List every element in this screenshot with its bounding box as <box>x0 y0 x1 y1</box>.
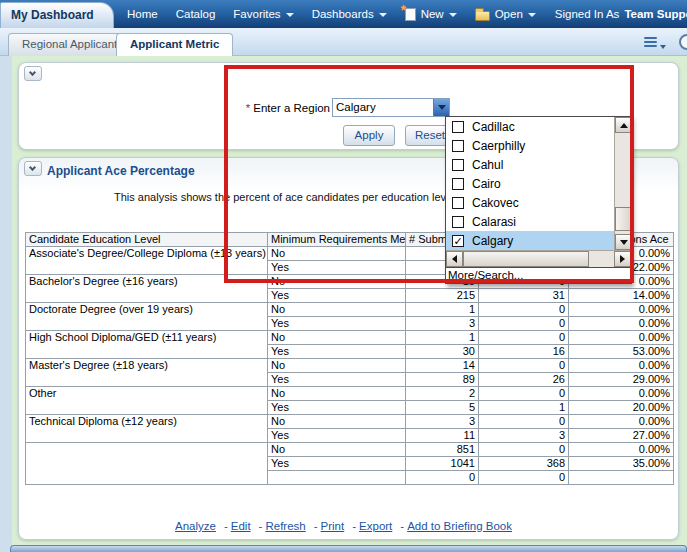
dropdown-item-calgary[interactable]: ✓Calgary <box>446 231 614 250</box>
nav-new[interactable]: *New <box>396 8 466 21</box>
cell-submissions: 5 <box>406 401 479 415</box>
header-education-level[interactable]: Candidate Education Level <box>26 233 268 247</box>
cell-pct-ace: 0.00% <box>569 387 674 401</box>
dropdown-item-label: Cahul <box>472 158 503 172</box>
link-export[interactable]: Export <box>359 520 392 532</box>
screen: Home Catalog Favorites Dashboards *New O… <box>0 0 687 552</box>
checkbox-icon[interactable] <box>452 197 464 209</box>
nav-dashboards[interactable]: Dashboards <box>303 8 396 20</box>
new-document-icon: * <box>405 8 416 21</box>
cell-submissions: 14 <box>406 359 479 373</box>
tab-label: Applicant Metric <box>130 38 219 50</box>
cell-submissions-ace: 0 <box>479 303 569 317</box>
arrow-down-icon <box>620 240 628 245</box>
link-analyze[interactable]: Analyze <box>175 520 216 532</box>
region-select[interactable]: Calgary <box>332 98 450 117</box>
cell-pct-ace: 0.00% <box>569 317 674 331</box>
cell-requirements: Yes <box>268 401 406 415</box>
dropdown-item-label: Cakovec <box>472 196 519 210</box>
region-select-dropdown-button[interactable] <box>433 99 449 116</box>
my-dashboard-label: My Dashboard <box>11 8 94 22</box>
page-options-icon[interactable] <box>644 37 659 49</box>
checkbox-checked-icon[interactable]: ✓ <box>452 235 464 247</box>
cell-submissions-ace: 0 <box>479 443 569 457</box>
scroll-up-button[interactable] <box>615 117 632 133</box>
arrow-up-icon <box>620 123 628 128</box>
collapse-analysis-button[interactable] <box>24 161 42 176</box>
dropdown-item-caerphilly[interactable]: Caerphilly <box>446 136 614 155</box>
reset-label: Reset <box>415 129 445 141</box>
horizontal-scrollbar[interactable] <box>446 250 631 267</box>
cell-submissions-ace: 0 <box>479 387 569 401</box>
chevron-down-icon <box>660 45 666 49</box>
cell-pct-ace: 27.00% <box>569 429 674 443</box>
region-dropdown-list: CadillacCaerphillyCahulCairoCakovecCalar… <box>446 117 614 250</box>
cell-pct-ace: 53.00% <box>569 345 674 359</box>
chevron-down-icon <box>29 69 36 76</box>
dropdown-item-cadillac[interactable]: Cadillac <box>446 117 614 136</box>
checkbox-icon[interactable] <box>452 121 464 133</box>
cell-requirements: No <box>268 247 406 261</box>
apply-button[interactable]: Apply <box>343 125 395 146</box>
my-dashboard-tab[interactable]: My Dashboard <box>0 2 114 28</box>
chevron-down-icon <box>438 105 446 110</box>
nav-home[interactable]: Home <box>118 8 167 20</box>
cell-requirements: Yes <box>268 457 406 471</box>
collapse-prompt-button[interactable] <box>24 66 42 81</box>
dropdown-item-calarasi[interactable]: Calarasi <box>446 212 614 231</box>
signed-in-user: Team Suppo <box>624 8 687 20</box>
link-separator: - <box>259 520 263 532</box>
prompt-label-text: Enter a Region <box>253 102 330 114</box>
nav-favorites[interactable]: Favorites <box>224 8 302 20</box>
checkbox-icon[interactable] <box>452 178 464 190</box>
tab-applicant-metric[interactable]: Applicant Metric <box>116 33 233 56</box>
cell-requirements: Yes <box>268 345 406 359</box>
link-separator: - <box>314 520 318 532</box>
cell-submissions-ace: 0 <box>479 415 569 429</box>
cell-submissions-ace: 26 <box>479 373 569 387</box>
dropdown-item-label: Calarasi <box>472 215 516 229</box>
cell-submissions: 851 <box>406 443 479 457</box>
report-links: Analyze-Edit-Refresh-Print-Export-Add to… <box>0 520 687 532</box>
dropdown-item-cahul[interactable]: Cahul <box>446 155 614 174</box>
open-folder-icon <box>475 11 490 21</box>
link-separator: - <box>352 520 356 532</box>
chevron-down-icon <box>379 13 387 17</box>
checkbox-icon[interactable] <box>452 140 464 152</box>
more-search-option[interactable]: More/Search... <box>446 267 631 283</box>
link-add-to-briefing-book[interactable]: Add to Briefing Book <box>407 520 512 532</box>
cell-submissions: 2 <box>406 387 479 401</box>
link-refresh[interactable]: Refresh <box>265 520 305 532</box>
cell-submissions: 3 <box>406 415 479 429</box>
dropdown-item-cakovec[interactable]: Cakovec <box>446 193 614 212</box>
cell-pct-ace: 20.00% <box>569 401 674 415</box>
dropdown-item-cairo[interactable]: Cairo <box>446 174 614 193</box>
header-min-requirements[interactable]: Minimum Requirements Met <box>268 233 406 247</box>
scroll-left-button[interactable] <box>446 251 463 267</box>
bottom-section-bar[interactable] <box>10 545 687 552</box>
nav-catalog[interactable]: Catalog <box>167 8 225 20</box>
link-print[interactable]: Print <box>321 520 345 532</box>
nav-home-label: Home <box>127 8 158 20</box>
cell-submissions-ace: 0 <box>479 331 569 345</box>
horizontal-scrollbar-thumb[interactable] <box>463 251 589 267</box>
cell-requirements: Yes <box>268 261 406 275</box>
arrow-right-icon <box>620 255 625 263</box>
vertical-scrollbar[interactable] <box>614 117 631 250</box>
nav-open-label: Open <box>495 8 523 20</box>
nav-open[interactable]: Open <box>466 7 545 21</box>
checkbox-icon[interactable] <box>452 216 464 228</box>
dropdown-item-label: Caerphilly <box>472 139 525 153</box>
cell-requirements: Yes <box>268 289 406 303</box>
top-navbar: Home Catalog Favorites Dashboards *New O… <box>0 0 687 28</box>
region-dropdown-popup: CadillacCaerphillyCahulCairoCakovecCalar… <box>445 116 632 284</box>
chevron-down-icon <box>449 13 457 17</box>
vertical-scrollbar-thumb[interactable] <box>615 207 632 231</box>
checkbox-icon[interactable] <box>452 159 464 171</box>
cell-pct-ace: 0.00% <box>569 415 674 429</box>
cell-education-level: High School Diploma/GED (±11 years) <box>26 331 268 359</box>
scroll-right-button[interactable] <box>614 251 631 267</box>
link-edit[interactable]: Edit <box>231 520 251 532</box>
required-marker: * <box>246 102 250 114</box>
scroll-down-button[interactable] <box>615 234 632 250</box>
